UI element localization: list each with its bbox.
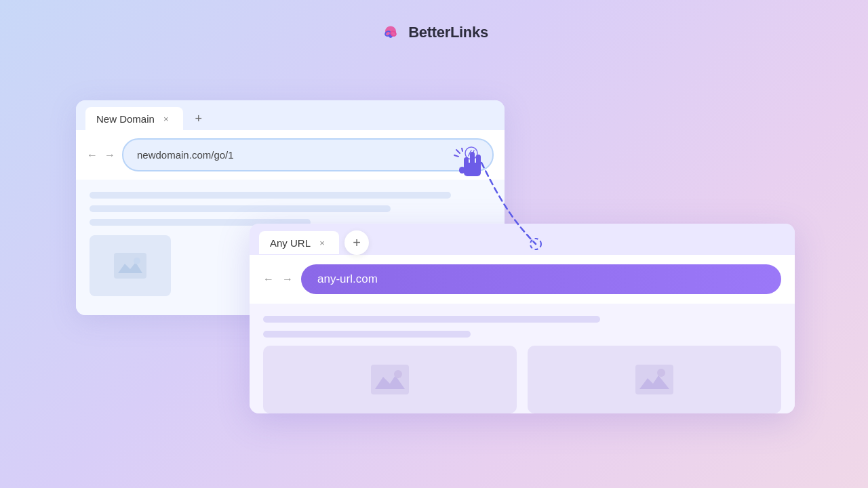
address-text-2: any-url.com xyxy=(317,272,378,286)
toolbar-1: ← → newdomain.com/go/1 xyxy=(76,130,505,180)
address-bar-icon-1 xyxy=(464,146,479,164)
svg-rect-14 xyxy=(371,365,409,394)
tab-close-2[interactable]: × xyxy=(316,237,328,249)
tab-any-url[interactable]: Any URL × xyxy=(259,231,339,254)
content-line-2 xyxy=(263,316,600,323)
svg-point-15 xyxy=(394,370,402,378)
tab-new-domain-label: New Domain xyxy=(96,113,155,125)
logo-text: BetterLinks xyxy=(408,24,488,41)
svg-point-17 xyxy=(657,369,665,377)
content-line xyxy=(90,205,391,212)
content-image-1 xyxy=(90,235,171,296)
tab-new-domain[interactable]: New Domain × xyxy=(85,107,183,130)
svg-point-2 xyxy=(465,147,477,159)
tab-add-1[interactable]: + xyxy=(189,108,209,129)
content-image-2a xyxy=(263,346,517,413)
browser-content-2 xyxy=(250,304,795,413)
browser-window-2: Any URL × + ← → any-url.com xyxy=(250,224,795,413)
forward-button-1[interactable]: → xyxy=(104,149,115,161)
header: BetterLinks xyxy=(0,0,868,43)
tab-close-1[interactable]: × xyxy=(160,113,172,125)
content-line-2 xyxy=(263,331,471,338)
address-text-1: newdomain.com/go/1 xyxy=(137,149,234,161)
betterlinks-logo-icon xyxy=(380,22,401,43)
toolbar-2: ← → any-url.com xyxy=(250,255,795,304)
tab-any-url-label: Any URL xyxy=(270,237,311,249)
back-button-1[interactable]: ← xyxy=(87,149,98,161)
tab-bar-1: New Domain × + xyxy=(76,100,505,130)
content-images-row xyxy=(263,346,781,413)
back-button-2[interactable]: ← xyxy=(263,273,274,285)
svg-point-4 xyxy=(134,258,140,264)
tab-add-2[interactable]: + xyxy=(344,230,369,255)
address-bar-2[interactable]: any-url.com xyxy=(301,264,781,294)
svg-rect-16 xyxy=(635,365,673,394)
content-image-2b xyxy=(528,346,781,413)
content-line xyxy=(90,192,451,199)
forward-button-2[interactable]: → xyxy=(282,273,293,285)
tab-bar-2: Any URL × + xyxy=(250,224,795,255)
address-bar-1[interactable]: newdomain.com/go/1 xyxy=(122,138,494,171)
svg-rect-3 xyxy=(114,253,146,279)
